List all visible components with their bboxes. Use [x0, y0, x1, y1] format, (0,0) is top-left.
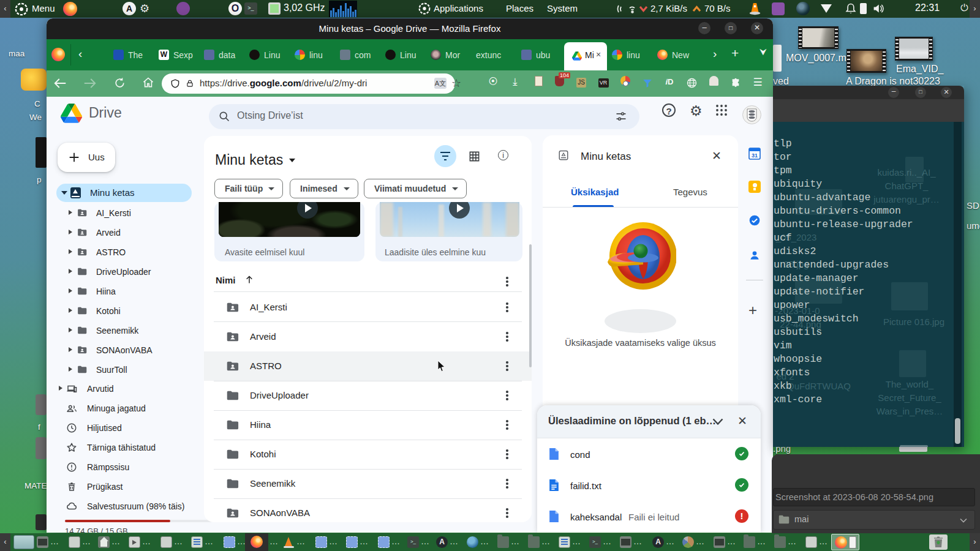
svg-text:31: 31 — [752, 152, 758, 159]
